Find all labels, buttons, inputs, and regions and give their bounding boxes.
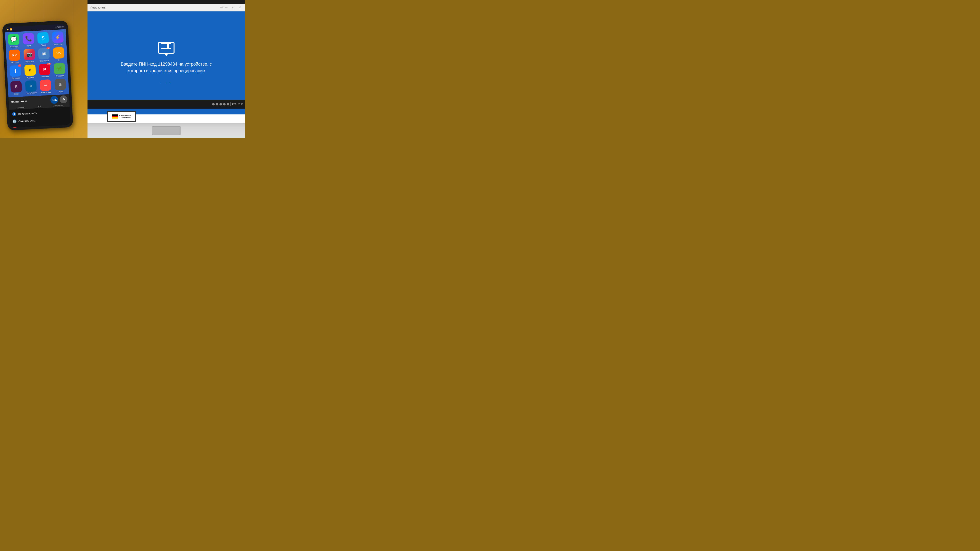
status-left: 🔔 📶 xyxy=(7,28,12,30)
minimize-button[interactable]: — xyxy=(223,5,229,10)
vk-badge: 1 xyxy=(46,47,50,49)
loading-indicator: · · · xyxy=(161,79,172,84)
taskbar-icon-4 xyxy=(223,103,226,105)
facebook-badge: 2 xyxy=(18,64,21,67)
close-button[interactable]: ✕ xyxy=(237,5,243,10)
list-item[interactable]: 💬 WhatsApp xyxy=(7,33,21,48)
list-item[interactable]: ⚡ Messenger xyxy=(51,31,64,46)
list-item[interactable]: P 193 Pinterest xyxy=(38,64,51,78)
app-label-viber: Viber xyxy=(27,45,31,47)
slack-icon[interactable]: S xyxy=(10,81,22,92)
svg-rect-3 xyxy=(169,44,172,48)
germany-sticker: СВАРЕНО В ГЕРМАНИИ xyxy=(107,111,136,122)
pickpoint-icon[interactable]: PP xyxy=(9,49,21,61)
app-label-slack: Slack xyxy=(14,93,19,95)
app-label-vk: ВКонтакте xyxy=(40,60,49,62)
layout-icon[interactable]: ⊞ xyxy=(54,79,66,91)
vtb-button[interactable]: ВТБ xyxy=(50,96,59,104)
taskbar-right: РУС 20:38 xyxy=(212,102,243,106)
list-item[interactable]: 📷 Instagram xyxy=(22,49,36,63)
status-time: 20:38 xyxy=(59,26,64,28)
pause-icon: ⏸ xyxy=(12,112,16,116)
smart-view-buttons: ВТБ ⚙ xyxy=(50,95,68,104)
taskbar-time: 20:38 xyxy=(237,103,243,105)
taskbar-icon-1 xyxy=(212,103,215,105)
yademoney-icon[interactable]: ₽ xyxy=(24,64,36,76)
list-item[interactable]: f 2 Facebook xyxy=(9,65,22,80)
sv-sublabel-auth: Authenticator xyxy=(53,105,63,106)
app-label-messenger: Messenger xyxy=(54,43,63,46)
laptop-trackpad[interactable] xyxy=(152,126,181,135)
sv-sublabel-facebook: Facebook xyxy=(16,106,25,109)
facebook-icon[interactable]: f 2 xyxy=(10,65,21,77)
list-item[interactable]: S Skype xyxy=(37,32,50,47)
pinterest-icon[interactable]: P 193 xyxy=(39,64,51,75)
whatsapp-icon[interactable]: 💬 xyxy=(8,33,19,45)
laptop-bottom-bezel xyxy=(88,123,245,138)
flag-yellow xyxy=(112,117,118,119)
list-item[interactable]: ∞ Boomerang xyxy=(39,79,52,94)
app-label-instagram: Instagram xyxy=(25,60,34,63)
taskbar-icon-5 xyxy=(227,103,229,105)
window-chrome: Подключить ✏ — □ ✕ xyxy=(88,4,245,11)
pinterest-badge: 193 xyxy=(47,63,51,65)
list-item[interactable]: ✉ Почта России xyxy=(24,80,38,95)
messenger-icon[interactable]: ⚡ xyxy=(52,31,64,43)
app-label-pinterest: Pinterest xyxy=(41,75,49,78)
sv-sublabel-vtb: ВТБ xyxy=(35,105,44,108)
list-item[interactable]: OK OK xyxy=(52,47,65,62)
viber-icon[interactable]: 📞 xyxy=(22,33,34,44)
smart-view-label: SMART VIEW xyxy=(10,100,27,103)
status-right: 91% 20:38 xyxy=(56,26,64,28)
disconnect-label: Отключить xyxy=(19,126,32,128)
list-item[interactable]: S Slack xyxy=(10,81,23,95)
list-item[interactable]: 📞 Viber xyxy=(22,33,35,48)
app-label-facebook: Facebook xyxy=(12,77,20,79)
app-label-boomerang: Boomerang xyxy=(41,91,51,94)
app-label-yademoney: Я.Деньги xyxy=(27,76,34,79)
taskbar-language: РУС xyxy=(232,103,236,105)
app-label-ok: OK xyxy=(57,59,60,62)
germany-flag xyxy=(112,114,118,119)
maximize-button[interactable]: □ xyxy=(230,5,236,10)
cast-icon xyxy=(156,41,176,56)
pause-label: Приостановить xyxy=(18,111,37,115)
context-menu: ⏸ Приостановить 🔄 Сменить устр. ✕ Отключ… xyxy=(9,106,71,128)
app-label-pickpoint: PickPoint xyxy=(11,61,19,64)
notification-icon: 🔔 xyxy=(7,29,9,30)
list-item[interactable]: 🌿 Snapseed xyxy=(53,63,66,77)
vk-icon[interactable]: ВК 1 xyxy=(38,48,49,60)
pin-message: Введите ПИН-код 11298434 на устройстве, … xyxy=(120,61,212,74)
app-grid: 💬 WhatsApp 📞 Viber S Skype ⚡ Messenger xyxy=(5,29,69,97)
taskbar-icon-2 xyxy=(216,103,218,105)
disconnect-icon: ✕ xyxy=(13,127,17,128)
snapseed-icon[interactable]: 🌿 xyxy=(54,63,65,75)
laptop-screen: Подключить ✏ — □ ✕ Введите ПИН-код 11298… xyxy=(88,4,245,123)
window-title: Подключить xyxy=(89,6,220,9)
phone-screen: 🔔 📶 91% 20:38 💬 WhatsApp 📞 Viber xyxy=(5,24,70,128)
boomerang-icon[interactable]: ∞ xyxy=(40,79,51,91)
status-icons: 📶 xyxy=(10,28,12,30)
app-label-whatsapp: WhatsApp xyxy=(10,45,18,48)
svg-rect-2 xyxy=(160,44,167,48)
list-item[interactable]: ₽ Я.Деньги xyxy=(23,64,37,79)
phone-body: 🔔 📶 91% 20:38 💬 WhatsApp 📞 Viber xyxy=(2,21,73,131)
list-item[interactable]: ⊞ Layout xyxy=(54,78,67,93)
skype-icon[interactable]: S xyxy=(37,32,49,44)
pencil-icon: ✏ xyxy=(220,6,223,9)
list-item[interactable]: ВК 1 ВКонтакте xyxy=(37,48,51,62)
app-label-skype: Skype xyxy=(41,44,46,46)
instagram-icon[interactable]: 📷 xyxy=(23,49,35,60)
switch-label: Сменить устр. xyxy=(18,119,36,123)
ok-icon[interactable]: OK xyxy=(53,47,64,59)
pochta-ru-icon[interactable]: ✉ xyxy=(25,80,37,92)
taskbar-icon-3 xyxy=(220,103,222,105)
phone-container: 🔔 📶 91% 20:38 💬 WhatsApp 📞 Viber xyxy=(2,20,78,131)
settings-button[interactable]: ⚙ xyxy=(60,95,68,103)
germany-sticker-text: СВАРЕНО В ГЕРМАНИИ xyxy=(119,114,131,119)
projection-content: Введите ПИН-код 11298434 на устройстве, … xyxy=(88,11,245,114)
app-label-pochta-ru: Почта России xyxy=(26,92,37,95)
taskbar: РУС 20:38 xyxy=(88,100,245,109)
list-item[interactable]: PP PickPoint xyxy=(8,49,21,64)
battery-level: 91% xyxy=(56,26,59,28)
